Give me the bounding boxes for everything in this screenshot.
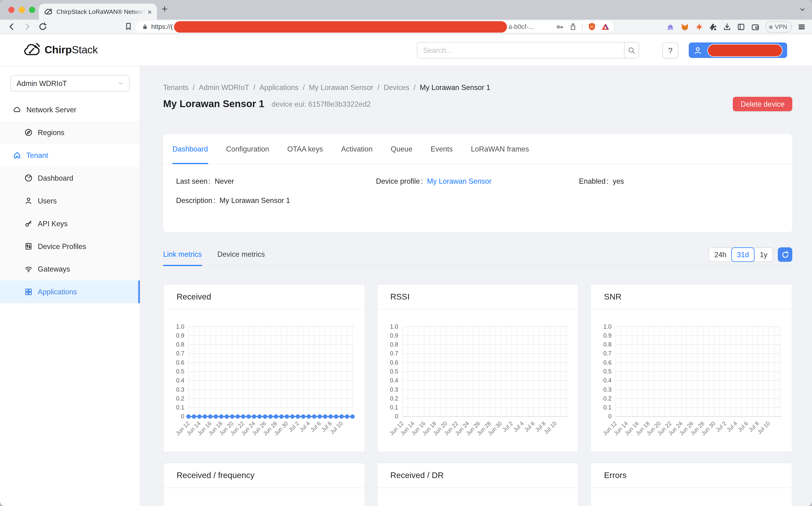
url-bar[interactable]: https://( a-b0cf-... <box>136 21 613 33</box>
downloads-icon[interactable] <box>723 23 731 31</box>
redacted-url-overlay <box>174 21 507 32</box>
metamask-extension-icon[interactable] <box>681 23 689 31</box>
chirpstack-favicon-icon <box>44 7 52 16</box>
breadcrumb-item[interactable]: Devices <box>384 83 410 92</box>
device-profile-link[interactable]: My Lorawan Sensor <box>427 177 492 185</box>
svg-text:0: 0 <box>608 413 612 420</box>
sidebar: Admin WDRIoT Network Server Regions <box>0 66 140 506</box>
sidebar-item-dashboard[interactable]: Dashboard <box>0 167 140 189</box>
tab-dashboard[interactable]: Dashboard <box>172 134 208 164</box>
page-title: My Lorawan Sensor 1 <box>163 98 264 110</box>
svg-text:0.6: 0.6 <box>603 359 612 366</box>
svg-text:1.0: 1.0 <box>603 323 612 330</box>
grid-icon <box>24 288 33 296</box>
svg-text:0.2: 0.2 <box>176 395 184 402</box>
chart-card-errors: Errors <box>591 462 792 506</box>
vpn-badge[interactable]: VPN <box>766 21 792 32</box>
extensions-puzzle-icon[interactable] <box>709 23 717 31</box>
breadcrumb-item[interactable]: Applications <box>260 83 299 92</box>
browser-window: ChirpStack LoRaWAN® Network × + https://… <box>0 0 812 506</box>
brave-shield-icon[interactable] <box>588 22 596 31</box>
svg-text:Jul 6: Jul 6 <box>737 420 749 433</box>
svg-text:Jul 4: Jul 4 <box>298 420 311 433</box>
password-key-icon[interactable] <box>556 22 564 31</box>
chart-card-received: Received 1.00.90.80.70.60.50.40.30.20.10… <box>163 284 365 452</box>
sidebar-item-regions[interactable]: Regions <box>0 121 140 144</box>
svg-text:0.1: 0.1 <box>176 404 184 411</box>
chart-title: Received <box>164 285 364 310</box>
chirpstack-logo[interactable]: ChirpStack <box>23 41 98 58</box>
last-seen-field: Last seen:Never <box>176 177 376 185</box>
tab-otaa-keys[interactable]: OTAA keys <box>287 134 323 164</box>
device-info: Last seen:Never Device profile:My Lorawa… <box>163 164 792 204</box>
user-menu-button[interactable] <box>689 43 787 58</box>
chart-card-snr: SNR 1.00.90.80.70.60.50.40.30.20.10Jun 1… <box>591 284 792 452</box>
svg-text:0.9: 0.9 <box>176 332 184 339</box>
tab-activation[interactable]: Activation <box>341 134 373 164</box>
menu-hamburger-icon[interactable] <box>797 23 806 31</box>
svg-text:Jul 4: Jul 4 <box>512 420 525 433</box>
range-24h[interactable]: 24h <box>709 248 732 261</box>
window-close-button[interactable] <box>8 7 14 13</box>
vpn-label: VPN <box>775 24 787 30</box>
sidebar-item-gateways[interactable]: Gateways <box>0 258 140 280</box>
svg-text:0.2: 0.2 <box>390 395 398 402</box>
refresh-button[interactable] <box>778 247 793 262</box>
tenant-select[interactable]: Admin WDRIoT <box>10 75 130 91</box>
sidebar-item-label: Users <box>38 197 57 205</box>
sidebar-item-api-keys[interactable]: API Keys <box>0 212 140 235</box>
range-1y[interactable]: 1y <box>754 248 773 261</box>
description-field: Description:My Lorawan Sensor 1 <box>176 196 779 204</box>
svg-text:0.4: 0.4 <box>603 377 612 384</box>
window-minimize-button[interactable] <box>18 7 25 13</box>
refresh-icon <box>781 251 789 258</box>
breadcrumb-item[interactable]: Tenants <box>163 83 189 92</box>
sidebar-item-network-server[interactable]: Network Server <box>0 98 140 121</box>
sidebar-item-device-profiles[interactable]: Device Profiles <box>0 235 140 258</box>
svg-text:0.5: 0.5 <box>390 368 398 375</box>
browser-tab[interactable]: ChirpStack LoRaWAN® Network × <box>39 4 157 19</box>
back-icon[interactable] <box>7 22 16 31</box>
search-button[interactable] <box>624 42 639 58</box>
charts-grid: Received 1.00.90.80.70.60.50.40.30.20.10… <box>163 284 792 506</box>
reload-icon[interactable] <box>38 22 47 31</box>
chart-card-rssi: RSSI 1.00.90.80.70.60.50.40.30.20.10Jun … <box>377 284 579 452</box>
bookmark-icon[interactable] <box>124 22 133 30</box>
wifi-icon <box>24 265 33 273</box>
svg-text:0.1: 0.1 <box>603 404 612 411</box>
global-search <box>417 42 639 58</box>
tab-link-metrics[interactable]: Link metrics <box>163 250 202 265</box>
sidebar-item-users[interactable]: Users <box>0 189 140 212</box>
tab-device-metrics[interactable]: Device metrics <box>217 250 265 265</box>
tab-lorawan-frames[interactable]: LoRaWAN frames <box>471 134 529 164</box>
help-button[interactable]: ? <box>662 43 678 59</box>
tab-close-icon[interactable]: × <box>147 8 152 15</box>
tab-events[interactable]: Events <box>431 134 453 164</box>
window-zoom-button[interactable] <box>29 7 35 13</box>
breadcrumb-item[interactable]: My Lorawan Sensor <box>309 83 373 92</box>
new-tab-button[interactable]: + <box>161 3 168 15</box>
sidebar-item-applications[interactable]: Applications <box>0 280 140 303</box>
user-person-icon <box>693 46 702 55</box>
cloud-icon <box>13 105 21 114</box>
svg-text:0: 0 <box>181 413 184 420</box>
range-31d[interactable]: 31d <box>731 247 755 262</box>
delete-device-button[interactable]: Delete device <box>733 97 792 111</box>
spark-extension-icon[interactable] <box>695 23 704 31</box>
tab-search-chevron-icon[interactable] <box>799 6 806 13</box>
tab-queue[interactable]: Queue <box>391 134 413 164</box>
svg-text:0.6: 0.6 <box>176 359 184 366</box>
breadcrumb-item[interactable]: Admin WDRIoT <box>199 83 249 92</box>
phantom-extension-icon[interactable] <box>666 23 675 31</box>
svg-text:0.3: 0.3 <box>603 386 612 393</box>
sidebar-toggle-icon[interactable] <box>737 23 745 31</box>
wallet-icon[interactable] <box>751 23 760 31</box>
share-icon[interactable] <box>569 23 577 30</box>
bat-token-icon[interactable] <box>601 23 609 30</box>
forward-icon[interactable] <box>23 22 31 31</box>
search-input[interactable] <box>417 42 624 58</box>
sidebar-item-label: Tenant <box>26 151 48 159</box>
sidebar-item-tenant[interactable]: Tenant <box>0 144 140 167</box>
tab-configuration[interactable]: Configuration <box>226 134 269 164</box>
svg-text:0.2: 0.2 <box>603 395 612 402</box>
